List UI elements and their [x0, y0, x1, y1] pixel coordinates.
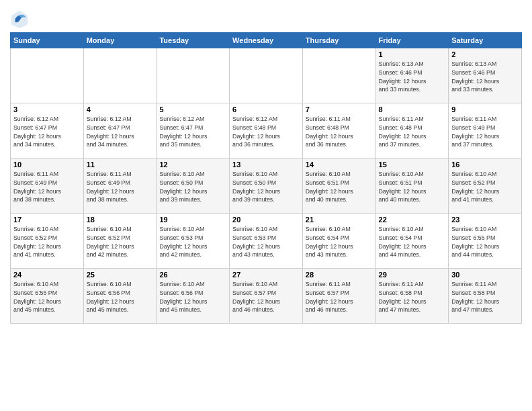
- day-info: Sunrise: 6:12 AM Sunset: 6:47 PM Dayligh…: [87, 115, 154, 149]
- day-info: Sunrise: 6:10 AM Sunset: 6:56 PM Dayligh…: [87, 280, 154, 314]
- day-number: 10: [13, 161, 81, 169]
- day-number: 3: [13, 105, 81, 113]
- day-number: 19: [159, 216, 226, 224]
- calendar-cell: 21Sunrise: 6:10 AM Sunset: 6:54 PM Dayli…: [302, 214, 375, 269]
- calendar-cell: 28Sunrise: 6:11 AM Sunset: 6:57 PM Dayli…: [302, 269, 375, 324]
- page: SundayMondayTuesdayWednesdayThursdayFrid…: [0, 0, 532, 411]
- day-number: 14: [306, 161, 373, 169]
- day-info: Sunrise: 6:10 AM Sunset: 6:52 PM Dayligh…: [87, 225, 154, 259]
- calendar-cell: [11, 48, 84, 103]
- day-info: Sunrise: 6:10 AM Sunset: 6:55 PM Dayligh…: [13, 280, 81, 314]
- day-number: 21: [306, 216, 373, 224]
- calendar-cell: 29Sunrise: 6:11 AM Sunset: 6:58 PM Dayli…: [375, 269, 449, 324]
- day-info: Sunrise: 6:10 AM Sunset: 6:51 PM Dayligh…: [379, 170, 446, 204]
- calendar-cell: 22Sunrise: 6:10 AM Sunset: 6:54 PM Dayli…: [375, 214, 449, 269]
- calendar-cell: 25Sunrise: 6:10 AM Sunset: 6:56 PM Dayli…: [83, 269, 157, 324]
- calendar-cell: 16Sunrise: 6:10 AM Sunset: 6:52 PM Dayli…: [449, 158, 522, 214]
- day-number: 28: [306, 271, 373, 279]
- day-number: 8: [379, 105, 446, 113]
- day-number: 16: [451, 161, 519, 169]
- day-info: Sunrise: 6:11 AM Sunset: 6:49 PM Dayligh…: [87, 170, 154, 204]
- calendar-header-wednesday: Wednesday: [230, 33, 303, 48]
- calendar-cell: 17Sunrise: 6:10 AM Sunset: 6:52 PM Dayli…: [11, 214, 84, 269]
- day-info: Sunrise: 6:11 AM Sunset: 6:58 PM Dayligh…: [379, 280, 446, 314]
- calendar-cell: 1Sunrise: 6:13 AM Sunset: 6:46 PM Daylig…: [375, 48, 449, 103]
- day-number: 12: [159, 161, 226, 169]
- day-number: 13: [232, 161, 300, 169]
- calendar-cell: 23Sunrise: 6:10 AM Sunset: 6:55 PM Dayli…: [449, 214, 522, 269]
- day-number: 27: [232, 271, 300, 279]
- calendar-cell: 19Sunrise: 6:10 AM Sunset: 6:53 PM Dayli…: [157, 214, 230, 269]
- calendar-header-monday: Monday: [83, 33, 157, 48]
- day-number: 22: [379, 216, 446, 224]
- day-number: 17: [13, 216, 81, 224]
- day-number: 9: [451, 105, 519, 113]
- logo: [10, 9, 32, 28]
- day-info: Sunrise: 6:10 AM Sunset: 6:56 PM Dayligh…: [159, 280, 226, 314]
- day-number: 5: [159, 105, 226, 113]
- day-number: 2: [451, 50, 519, 58]
- day-number: 30: [451, 271, 519, 279]
- calendar-cell: 7Sunrise: 6:11 AM Sunset: 6:48 PM Daylig…: [302, 103, 375, 158]
- day-info: Sunrise: 6:13 AM Sunset: 6:46 PM Dayligh…: [379, 60, 446, 94]
- day-number: 26: [159, 271, 226, 279]
- calendar-cell: 13Sunrise: 6:10 AM Sunset: 6:50 PM Dayli…: [230, 158, 303, 214]
- calendar-header-tuesday: Tuesday: [157, 33, 230, 48]
- calendar-cell: 15Sunrise: 6:10 AM Sunset: 6:51 PM Dayli…: [375, 158, 449, 214]
- day-info: Sunrise: 6:10 AM Sunset: 6:54 PM Dayligh…: [306, 225, 373, 259]
- day-info: Sunrise: 6:10 AM Sunset: 6:54 PM Dayligh…: [379, 225, 446, 259]
- calendar-cell: 26Sunrise: 6:10 AM Sunset: 6:56 PM Dayli…: [157, 269, 230, 324]
- day-info: Sunrise: 6:10 AM Sunset: 6:51 PM Dayligh…: [306, 170, 373, 204]
- day-info: Sunrise: 6:13 AM Sunset: 6:46 PM Dayligh…: [451, 60, 519, 94]
- calendar-cell: 2Sunrise: 6:13 AM Sunset: 6:46 PM Daylig…: [449, 48, 522, 103]
- calendar: SundayMondayTuesdayWednesdayThursdayFrid…: [10, 32, 522, 324]
- day-info: Sunrise: 6:11 AM Sunset: 6:48 PM Dayligh…: [379, 115, 446, 149]
- day-info: Sunrise: 6:10 AM Sunset: 6:52 PM Dayligh…: [13, 225, 81, 259]
- calendar-cell: [83, 48, 157, 103]
- calendar-cell: 14Sunrise: 6:10 AM Sunset: 6:51 PM Dayli…: [302, 158, 375, 214]
- day-info: Sunrise: 6:12 AM Sunset: 6:47 PM Dayligh…: [159, 115, 226, 149]
- day-number: 24: [13, 271, 81, 279]
- calendar-cell: [230, 48, 303, 103]
- day-info: Sunrise: 6:10 AM Sunset: 6:55 PM Dayligh…: [451, 225, 519, 259]
- calendar-header-friday: Friday: [375, 33, 449, 48]
- calendar-week-2: 3Sunrise: 6:12 AM Sunset: 6:47 PM Daylig…: [11, 103, 522, 158]
- day-info: Sunrise: 6:11 AM Sunset: 6:58 PM Dayligh…: [451, 280, 519, 314]
- calendar-header-thursday: Thursday: [302, 33, 375, 48]
- logo-icon: [10, 9, 29, 28]
- calendar-cell: 6Sunrise: 6:12 AM Sunset: 6:48 PM Daylig…: [230, 103, 303, 158]
- calendar-cell: 20Sunrise: 6:10 AM Sunset: 6:53 PM Dayli…: [230, 214, 303, 269]
- day-number: 11: [87, 161, 154, 169]
- calendar-week-4: 17Sunrise: 6:10 AM Sunset: 6:52 PM Dayli…: [11, 214, 522, 269]
- day-number: 6: [232, 105, 300, 113]
- calendar-cell: 10Sunrise: 6:11 AM Sunset: 6:49 PM Dayli…: [11, 158, 84, 214]
- calendar-cell: 4Sunrise: 6:12 AM Sunset: 6:47 PM Daylig…: [83, 103, 157, 158]
- day-info: Sunrise: 6:11 AM Sunset: 6:49 PM Dayligh…: [13, 170, 81, 204]
- calendar-cell: [302, 48, 375, 103]
- calendar-cell: [157, 48, 230, 103]
- calendar-cell: 24Sunrise: 6:10 AM Sunset: 6:55 PM Dayli…: [11, 269, 84, 324]
- calendar-cell: 27Sunrise: 6:10 AM Sunset: 6:57 PM Dayli…: [230, 269, 303, 324]
- calendar-week-3: 10Sunrise: 6:11 AM Sunset: 6:49 PM Dayli…: [11, 158, 522, 214]
- day-number: 4: [87, 105, 154, 113]
- day-number: 1: [379, 50, 446, 58]
- calendar-week-1: 1Sunrise: 6:13 AM Sunset: 6:46 PM Daylig…: [11, 48, 522, 103]
- calendar-cell: 3Sunrise: 6:12 AM Sunset: 6:47 PM Daylig…: [11, 103, 84, 158]
- calendar-cell: 12Sunrise: 6:10 AM Sunset: 6:50 PM Dayli…: [157, 158, 230, 214]
- calendar-header-row: SundayMondayTuesdayWednesdayThursdayFrid…: [11, 33, 522, 48]
- day-info: Sunrise: 6:10 AM Sunset: 6:50 PM Dayligh…: [232, 170, 300, 204]
- calendar-cell: 18Sunrise: 6:10 AM Sunset: 6:52 PM Dayli…: [83, 214, 157, 269]
- calendar-cell: 11Sunrise: 6:11 AM Sunset: 6:49 PM Dayli…: [83, 158, 157, 214]
- day-number: 23: [451, 216, 519, 224]
- day-info: Sunrise: 6:10 AM Sunset: 6:53 PM Dayligh…: [232, 225, 300, 259]
- calendar-week-5: 24Sunrise: 6:10 AM Sunset: 6:55 PM Dayli…: [11, 269, 522, 324]
- day-info: Sunrise: 6:11 AM Sunset: 6:48 PM Dayligh…: [306, 115, 373, 149]
- day-number: 20: [232, 216, 300, 224]
- day-number: 15: [379, 161, 446, 169]
- calendar-cell: 8Sunrise: 6:11 AM Sunset: 6:48 PM Daylig…: [375, 103, 449, 158]
- day-info: Sunrise: 6:11 AM Sunset: 6:49 PM Dayligh…: [451, 115, 519, 149]
- day-info: Sunrise: 6:10 AM Sunset: 6:50 PM Dayligh…: [159, 170, 226, 204]
- day-info: Sunrise: 6:10 AM Sunset: 6:57 PM Dayligh…: [232, 280, 300, 314]
- calendar-header-saturday: Saturday: [449, 33, 522, 48]
- day-number: 25: [87, 271, 154, 279]
